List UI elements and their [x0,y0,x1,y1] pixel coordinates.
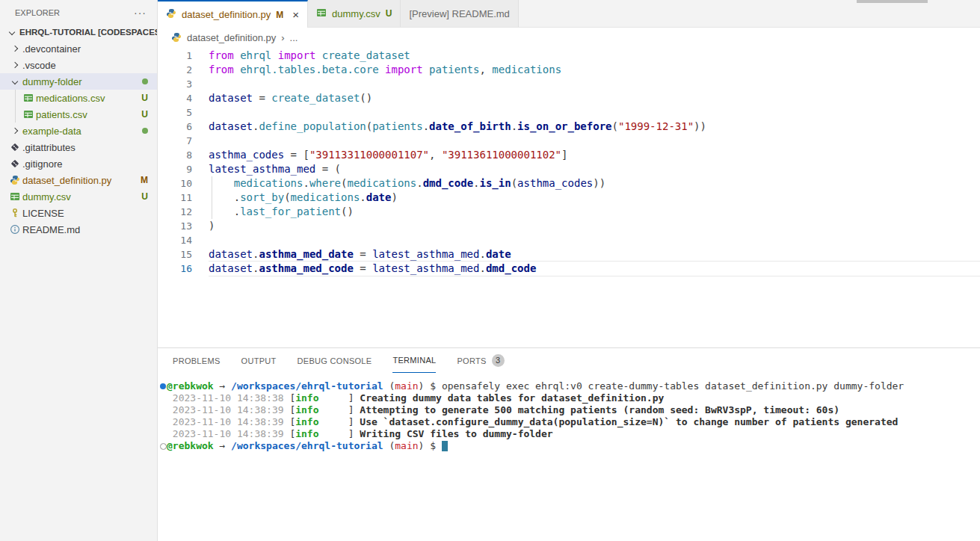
breadcrumb-more[interactable]: ... [290,32,298,43]
editor-tabbar: dataset_definition.pyM×dummy.csvU[Previe… [158,0,980,28]
line-number: 2 [158,63,192,77]
changes-dot-badge [142,78,148,84]
code-text: ) [209,219,980,233]
command-pending-circle-icon [160,443,167,450]
line-number: 4 [158,91,192,105]
tab--preview-readme.md[interactable]: [Preview] README.md [401,0,518,27]
line-number: 10 [158,176,192,191]
code-line-12[interactable]: 12 .last_for_patient() [158,205,980,219]
line-number: 7 [158,134,192,148]
tab-dataset-definition.py[interactable]: dataset_definition.pyM× [158,0,308,28]
tab-label: [Preview] README.md [409,8,509,19]
indent-guide [212,205,212,219]
python-icon [171,32,182,43]
terminal-cursor [442,441,448,451]
workspace-root-item[interactable]: EHRQL-TUTORIAL [CODESPACES:... [0,24,157,40]
line-number: 13 [158,219,192,233]
terminal-output[interactable]: @rebkwok → /workspaces/ehrql-tutorial (m… [158,373,980,541]
file-label: LICENSE [22,208,157,219]
tree-item-medications.csv[interactable]: medications.csvU [0,90,157,106]
close-icon[interactable]: × [292,9,299,20]
panel-tab-output[interactable]: OUTPUT [241,348,277,373]
file-label: .gitignore [22,158,157,170]
panel-tab-label: TERMINAL [392,356,436,365]
tabbar-scrollbar[interactable] [857,0,928,3]
csv-icon [316,7,327,20]
file-label: example-data [22,126,142,137]
tree-indent-guide [15,106,16,123]
tree-item-README.md[interactable]: README.md [0,221,157,238]
code-line-8[interactable]: 8asthma_codes = ["39113311000001107", "3… [158,148,980,162]
line-number: 16 [158,262,192,276]
code-text: from ehrql import create_dataset [209,49,980,63]
editor-group: dataset_definition.pyM×dummy.csvU[Previe… [158,0,980,541]
tab-label: dummy.csv [332,8,380,19]
tree-item-.devcontainer[interactable]: .devcontainer [0,40,157,57]
terminal-line: 2023-11-10 14:38:39 [info ] Attempting t… [167,404,980,416]
breadcrumb-file[interactable]: dataset_definition.py [187,32,276,43]
chevron-down-icon [4,30,19,34]
python-icon [166,8,176,21]
code-text: dataset = create_dataset() [209,91,980,105]
code-line-6[interactable]: 6dataset.define_population(patients.date… [158,120,980,134]
tree-item-.gitattributes[interactable]: .gitattributes [0,139,157,155]
code-line-13[interactable]: 13) [158,219,980,233]
changes-dot-badge [142,128,148,134]
bottom-panel: PROBLEMSOUTPUTDEBUG CONSOLETERMINALPORTS… [158,347,980,541]
code-line-3[interactable]: 3 [158,77,980,91]
code-text: .sort_by(medications.date) [209,191,980,205]
tree-item-.gitignore[interactable]: .gitignore [0,155,157,172]
panel-tab-label: PROBLEMS [173,356,221,365]
code-line-2[interactable]: 2from ehrql.tables.beta.core import pati… [158,63,980,77]
panel-tab-problems[interactable]: PROBLEMS [173,348,221,373]
key-icon [7,208,22,218]
line-number: 14 [158,233,192,247]
code-line-16[interactable]: 16dataset.asthma_med_code = latest_asthm… [158,262,980,276]
code-text: medications.where(medications.dmd_code.i… [209,176,980,191]
more-actions-icon[interactable]: ··· [134,7,147,19]
code-line-10[interactable]: 10 medications.where(medications.dmd_cod… [158,176,980,191]
file-label: .devcontainer [22,43,157,55]
line-number: 5 [158,105,192,120]
code-line-11[interactable]: 11 .sort_by(medications.date) [158,191,980,205]
tree-item-.vscode[interactable]: .vscode [0,57,157,73]
code-line-4[interactable]: 4dataset = create_dataset() [158,91,980,105]
file-label: patients.csv [36,109,141,120]
git-status-badge: U [141,191,148,202]
panel-tab-debug-console[interactable]: DEBUG CONSOLE [298,348,372,373]
tree-item-dummy-folder[interactable]: dummy-folder [0,73,157,90]
code-line-9[interactable]: 9latest_asthma_med = ( [158,162,980,176]
tree-item-example-data[interactable]: example-data [0,123,157,139]
code-line-7[interactable]: 7 [158,134,980,148]
csv-icon [21,109,36,120]
tab-dummy.csv[interactable]: dummy.csvU [308,0,401,27]
panel-tab-terminal[interactable]: TERMINAL [392,348,436,373]
tree-item-dummy.csv[interactable]: dummy.csvU [0,188,157,205]
explorer-header: EXPLORER ··· [0,0,157,24]
terminal-line: 2023-11-10 14:38:38 [info ] Creating dum… [167,392,980,404]
command-success-dot-icon [160,383,166,389]
code-line-1[interactable]: 1from ehrql import create_dataset [158,49,980,63]
git-status-badge: M [141,175,148,185]
line-number: 8 [158,148,192,162]
git-icon [7,142,22,152]
python-icon [7,175,22,185]
code-line-14[interactable]: 14 [158,233,980,247]
code-line-15[interactable]: 15dataset.asthma_med_date = latest_asthm… [158,247,980,262]
code-editor[interactable]: 1from ehrql import create_dataset2from e… [158,47,980,347]
tree-item-patients.csv[interactable]: patients.csvU [0,106,157,123]
code-text [209,134,980,148]
panel-tab-ports[interactable]: PORTS3 [457,348,504,373]
code-line-5[interactable]: 5 [158,105,980,120]
panel-tab-label: OUTPUT [241,356,277,365]
tree-item-dataset_definition.py[interactable]: dataset_definition.pyM [0,172,157,188]
breadcrumb[interactable]: dataset_definition.py › ... [158,28,980,47]
code-text [209,233,980,247]
tree-item-LICENSE[interactable]: LICENSE [0,205,157,221]
terminal-line: 2023-11-10 14:38:39 [info ] Writing CSV … [167,428,980,440]
csv-icon [21,93,36,103]
file-label: dummy-folder [22,76,142,87]
file-label: dataset_definition.py [22,175,141,186]
panel-tab-label: PORTS [457,356,486,365]
tree-indent-guide [15,90,16,106]
